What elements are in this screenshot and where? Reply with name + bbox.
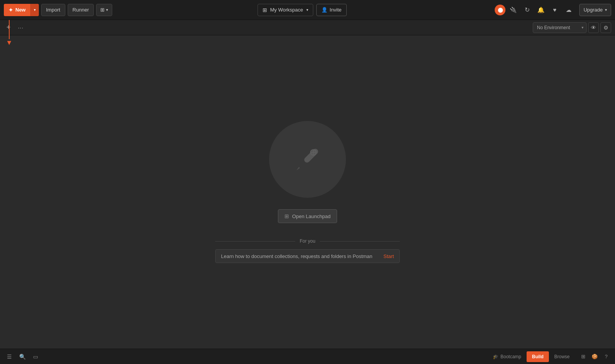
manage-environments-button[interactable]: ⚙ [600, 22, 611, 33]
new-button[interactable]: ✦ New [4, 4, 30, 16]
new-button-label: New [15, 7, 26, 13]
add-tab-button[interactable]: + [3, 22, 14, 33]
upgrade-chevron-icon: ▾ [605, 8, 607, 12]
svg-marker-1 [296, 167, 300, 170]
notifications-button[interactable]: 🔔 [535, 4, 547, 16]
bottom-left-icons: ☰ 🔍 ▭ [4, 351, 41, 362]
bottom-far-right: ⊞ 🍪 ? [578, 352, 611, 362]
launchpad-icon: ⊞ [284, 213, 289, 219]
ellipsis-icon: ··· [18, 25, 24, 31]
new-window-icon: ⊞ [100, 7, 105, 13]
layout-icon: ⊞ [581, 354, 585, 359]
bootcamp-button[interactable]: 🎓 Bootcamp [489, 351, 525, 362]
bootcamp-label: Bootcamp [500, 354, 521, 359]
center-logo-circle [269, 121, 346, 198]
console-icon: ▭ [33, 354, 38, 360]
environment-select-wrapper: No Environment ▾ [533, 22, 587, 33]
environment-select[interactable]: No Environment [533, 22, 587, 33]
import-button-label: Import [46, 7, 60, 13]
build-button[interactable]: Build [527, 351, 549, 362]
learn-text: Learn how to document collections, reque… [221, 253, 380, 259]
cloud-icon: ☁ [566, 7, 572, 13]
new-button-dropdown[interactable]: ▾ [30, 4, 39, 16]
cookie-button[interactable]: 🍪 [590, 352, 600, 362]
workspace-grid-icon: ⊞ [263, 7, 267, 13]
open-launchpad-button[interactable]: ⊞ Open Launchpad [278, 209, 337, 223]
interceptor-icon: 🔌 [510, 7, 517, 13]
invite-icon: 👤 [321, 7, 327, 13]
open-launchpad-label: Open Launchpad [292, 213, 331, 219]
divider-right [320, 241, 400, 242]
chevron-down-small-icon: ▾ [106, 8, 108, 12]
bottom-right: 🎓 Bootcamp Build Browse ⊞ 🍪 ? [489, 351, 611, 362]
sidebar-icon: ☰ [7, 354, 12, 360]
layout-button[interactable]: ⊞ [578, 352, 588, 362]
heart-button[interactable]: ♥ [549, 4, 561, 16]
search-button[interactable]: 🔍 [17, 351, 28, 362]
workspace-center: ⊞ My Workspace ▾ 👤 Invite [115, 4, 489, 16]
runner-button[interactable]: Runner [68, 4, 94, 16]
browse-button[interactable]: Browse [550, 351, 573, 362]
environment-selector-area: No Environment ▾ 👁 ⚙ [533, 22, 611, 33]
invite-button[interactable]: 👤 Invite [316, 4, 347, 16]
avatar-icon: ⬤ [498, 7, 503, 13]
tabs-bar: ▼ + ··· No Environment ▾ 👁 ⚙ [0, 20, 615, 35]
workspace-chevron-icon: ▾ [306, 8, 308, 12]
for-you-card: Learn how to document collections, reque… [215, 249, 400, 263]
invite-label: Invite [330, 7, 342, 13]
nav-icons: ⬤ 🔌 ↻ 🔔 ♥ ☁ [495, 4, 575, 16]
bottom-bar: ☰ 🔍 ▭ 🎓 Bootcamp Build Browse ⊞ 🍪 [0, 349, 615, 364]
for-you-label: For you [300, 238, 316, 244]
avatar[interactable]: ⬤ [495, 5, 505, 15]
workspace-label: My Workspace [270, 7, 303, 13]
postman-pen-icon [290, 142, 325, 177]
main-content: ⊞ Open Launchpad For you Learn how to do… [0, 35, 615, 349]
sync-icon: ↻ [525, 6, 530, 13]
help-button[interactable]: ? [601, 352, 611, 362]
search-icon: 🔍 [19, 354, 26, 360]
interceptor-button[interactable]: 🔌 [507, 4, 519, 16]
more-tabs-button[interactable]: ··· [15, 22, 26, 33]
import-button[interactable]: Import [41, 4, 65, 16]
console-button[interactable]: ▭ [30, 351, 41, 362]
cookie-icon: 🍪 [592, 354, 598, 359]
plus-icon: + [7, 23, 11, 31]
workspace-selector[interactable]: ⊞ My Workspace ▾ [258, 4, 313, 16]
environment-quicklook-button[interactable]: 👁 [588, 22, 599, 33]
new-window-button[interactable]: ⊞ ▾ [96, 4, 112, 16]
for-you-section: For you Learn how to document collection… [215, 238, 400, 263]
gear-icon: ⚙ [603, 25, 608, 31]
bootcamp-icon: 🎓 [493, 354, 499, 359]
build-label: Build [532, 354, 544, 359]
for-you-divider: For you [215, 238, 400, 244]
postman-logo-icon: ✦ [8, 7, 13, 13]
heart-icon: ♥ [553, 7, 557, 13]
start-link[interactable]: Start [384, 253, 394, 259]
runner-button-label: Runner [73, 7, 89, 13]
divider-left [215, 241, 295, 242]
upgrade-label: Upgrade [583, 7, 603, 13]
sync-button[interactable]: ↻ [521, 4, 533, 16]
cloud-button[interactable]: ☁ [562, 4, 575, 16]
browse-label: Browse [554, 354, 570, 359]
upgrade-button[interactable]: Upgrade ▾ [579, 4, 611, 16]
bell-icon: 🔔 [537, 7, 545, 13]
new-button-group: ✦ New ▾ [4, 4, 39, 16]
sidebar-toggle-button[interactable]: ☰ [4, 351, 15, 362]
help-icon: ? [605, 354, 607, 359]
top-navbar: ✦ New ▾ Import Runner ⊞ ▾ ⊞ My Workspace… [0, 0, 615, 20]
chevron-down-icon: ▾ [34, 8, 36, 12]
eye-icon: 👁 [591, 25, 596, 31]
